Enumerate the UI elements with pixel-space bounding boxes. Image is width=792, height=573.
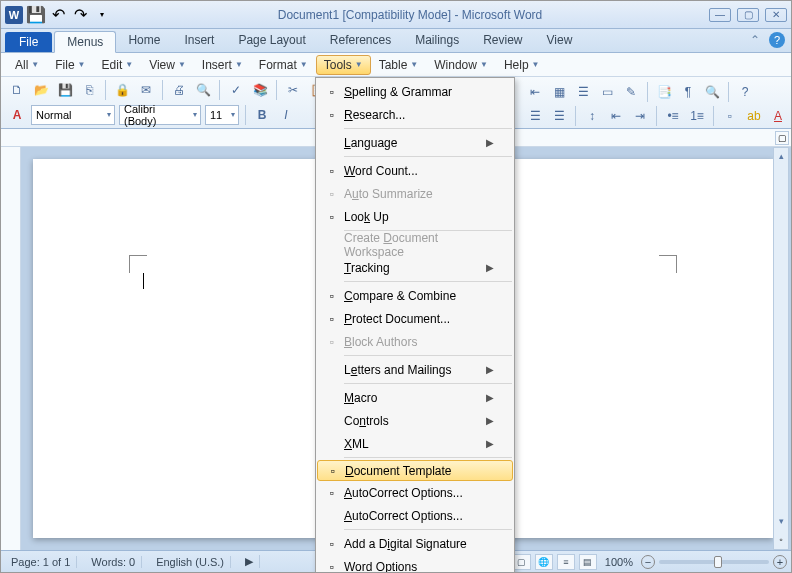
zoom-out-button[interactable]: −: [641, 555, 655, 569]
zoom-slider[interactable]: [659, 560, 769, 564]
menu-view[interactable]: View ▼: [141, 55, 194, 75]
menu-help[interactable]: Help ▼: [496, 55, 548, 75]
menu-table[interactable]: Table ▼: [371, 55, 427, 75]
menu-item-tracking[interactable]: Tracking▶: [316, 256, 514, 279]
menu-all[interactable]: All ▼: [7, 55, 47, 75]
linespacing-icon[interactable]: ↕: [582, 106, 602, 126]
research-icon[interactable]: 📚: [250, 80, 270, 100]
menu-item-autocorrect-options[interactable]: AutoCorrect Options...: [316, 504, 514, 527]
style-prefix-icon[interactable]: A: [7, 105, 27, 125]
bold-button[interactable]: B: [252, 105, 272, 125]
scroll-up-icon[interactable]: ▴: [774, 148, 788, 164]
showhide-icon[interactable]: ¶: [678, 82, 698, 102]
view-draft-icon[interactable]: ▤: [579, 554, 597, 570]
menu-file[interactable]: File ▼: [47, 55, 93, 75]
scroll-down-icon[interactable]: ▾: [774, 513, 788, 529]
status-words[interactable]: Words: 0: [85, 556, 142, 568]
menu-item-look-up[interactable]: ▫Look Up: [316, 205, 514, 228]
redo-icon[interactable]: ↷: [71, 6, 89, 24]
italic-button[interactable]: I: [276, 105, 296, 125]
fontsize-combo[interactable]: 11: [205, 105, 239, 125]
zoom-icon[interactable]: 🔍: [702, 82, 722, 102]
ribbon-tab-page-layout[interactable]: Page Layout: [226, 30, 317, 52]
columns-icon[interactable]: ☰: [573, 82, 593, 102]
drawing-icon[interactable]: ✎: [621, 82, 641, 102]
style-combo[interactable]: Normal: [31, 105, 115, 125]
highlight-icon[interactable]: ab: [744, 106, 764, 126]
menu-item-autocorrect-options[interactable]: ▫AutoCorrect Options...: [316, 481, 514, 504]
word-app-icon[interactable]: W: [5, 6, 23, 24]
docmap-icon[interactable]: 📑: [654, 82, 674, 102]
close-button[interactable]: ✕: [765, 8, 787, 22]
vertical-ruler[interactable]: [1, 147, 21, 550]
saveall-icon[interactable]: ⎘: [79, 80, 99, 100]
menu-tools[interactable]: Tools ▼: [316, 55, 371, 75]
view-web-icon[interactable]: 🌐: [535, 554, 553, 570]
ribbon-tab-insert[interactable]: Insert: [172, 30, 226, 52]
preview-icon[interactable]: 🔍: [193, 80, 213, 100]
cut-icon[interactable]: ✂: [283, 80, 303, 100]
menu-insert[interactable]: Insert ▼: [194, 55, 251, 75]
ribbon-tab-view[interactable]: View: [535, 30, 585, 52]
minimize-ribbon-icon[interactable]: ⌃: [747, 32, 763, 48]
file-tab[interactable]: File: [5, 32, 52, 52]
indent-left-icon[interactable]: ⇤: [525, 82, 545, 102]
print-icon[interactable]: 🖨: [169, 80, 189, 100]
help-icon[interactable]: ?: [735, 82, 755, 102]
table-icon[interactable]: ▦: [549, 82, 569, 102]
qat-dropdown-icon[interactable]: ▾: [93, 6, 111, 24]
border-icon[interactable]: ▫: [720, 106, 740, 126]
status-macro-icon[interactable]: ▶: [239, 555, 260, 568]
vertical-scrollbar[interactable]: ▴ ▾ ◦: [773, 147, 789, 550]
menu-item-macro[interactable]: Macro▶: [316, 386, 514, 409]
view-outline-icon[interactable]: ≡: [557, 554, 575, 570]
open-icon[interactable]: 📂: [31, 80, 51, 100]
menu-edit[interactable]: Edit ▼: [94, 55, 142, 75]
ruler-toggle-icon[interactable]: ▢: [775, 131, 789, 145]
menu-window[interactable]: Window ▼: [426, 55, 496, 75]
align-justify-icon[interactable]: ☰: [549, 106, 569, 126]
indent-inc-icon[interactable]: ⇥: [630, 106, 650, 126]
menu-format[interactable]: Format ▼: [251, 55, 316, 75]
zoom-level[interactable]: 100%: [605, 556, 633, 568]
ribbon-tab-home[interactable]: Home: [116, 30, 172, 52]
align-right-icon[interactable]: ☰: [525, 106, 545, 126]
ribbon-tab-references[interactable]: References: [318, 30, 403, 52]
zoom-in-button[interactable]: +: [773, 555, 787, 569]
ribbon-tab-review[interactable]: Review: [471, 30, 534, 52]
menu-item-protect-document[interactable]: ▫Protect Document...: [316, 307, 514, 330]
indent-dec-icon[interactable]: ⇤: [606, 106, 626, 126]
new-icon[interactable]: 🗋: [7, 80, 27, 100]
permission-icon[interactable]: 🔒: [112, 80, 132, 100]
numbering-icon[interactable]: 1≡: [687, 106, 707, 126]
mail-icon[interactable]: ✉: [136, 80, 156, 100]
ribbon-tab-menus[interactable]: Menus: [54, 31, 116, 53]
save-icon[interactable]: 💾: [55, 80, 75, 100]
menu-item-controls[interactable]: Controls▶: [316, 409, 514, 432]
menu-item-word-options[interactable]: ▫Word Options: [316, 555, 514, 573]
menu-item-add-a-digital-signature[interactable]: ▫Add a Digital Signature: [316, 532, 514, 555]
spell-icon[interactable]: ✓: [226, 80, 246, 100]
help-icon[interactable]: ?: [769, 32, 785, 48]
fontcolor-icon[interactable]: A: [768, 106, 788, 126]
browse-object-icon[interactable]: ◦: [774, 531, 788, 547]
view-fullscreen-icon[interactable]: ▢: [513, 554, 531, 570]
font-combo[interactable]: Calibri (Body): [119, 105, 201, 125]
menu-item-spelling-grammar[interactable]: ▫Spelling & Grammar: [316, 80, 514, 103]
menu-item-xml[interactable]: XML▶: [316, 432, 514, 455]
menu-item-document-template[interactable]: ▫Document Template: [317, 460, 513, 481]
menu-item-word-count[interactable]: ▫Word Count...: [316, 159, 514, 182]
ribbon-tab-mailings[interactable]: Mailings: [403, 30, 471, 52]
status-page[interactable]: Page: 1 of 1: [5, 556, 77, 568]
bullets-icon[interactable]: •≡: [663, 106, 683, 126]
minimize-button[interactable]: —: [709, 8, 731, 22]
maximize-button[interactable]: ▢: [737, 8, 759, 22]
save-icon[interactable]: 💾: [27, 6, 45, 24]
borders-icon[interactable]: ▭: [597, 82, 617, 102]
menu-item-research[interactable]: ▫Research...: [316, 103, 514, 126]
status-language[interactable]: English (U.S.): [150, 556, 231, 568]
menu-item-letters-and-mailings[interactable]: Letters and Mailings▶: [316, 358, 514, 381]
menu-item-language[interactable]: Language▶: [316, 131, 514, 154]
undo-icon[interactable]: ↶: [49, 6, 67, 24]
menu-item-compare-combine[interactable]: ▫Compare & Combine: [316, 284, 514, 307]
